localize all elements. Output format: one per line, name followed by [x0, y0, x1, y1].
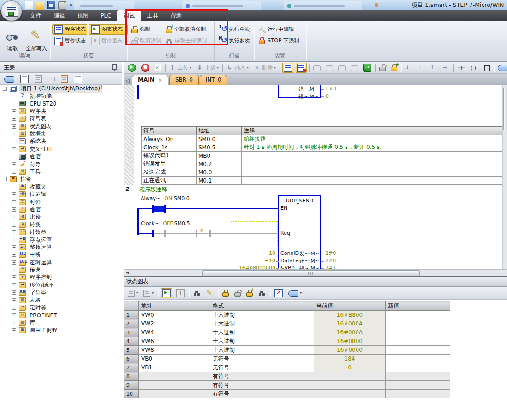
compile-button[interactable]: [153, 63, 163, 72]
print-icon[interactable]: [58, 1, 66, 10]
tree-item-程序块[interactable]: +▤程序块: [0, 107, 122, 115]
tree-item-库[interactable]: +▤库: [0, 319, 122, 326]
format-cell[interactable]: 十六进制: [210, 337, 314, 346]
insert-button[interactable]: 插入▾: [225, 63, 250, 72]
delete-button[interactable]: 删除▾: [252, 63, 277, 72]
force-lock-plus-button[interactable]: +: [389, 63, 399, 72]
pin-icon[interactable]: [112, 64, 117, 70]
status-table-row[interactable]: 10有符号: [124, 390, 450, 398]
copy-icon[interactable]: [33, 74, 43, 83]
upload-button[interactable]: 上传▾: [168, 63, 193, 72]
new-value-cell[interactable]: [386, 355, 450, 363]
write-pencil-button[interactable]: [205, 289, 215, 298]
new-value-cell[interactable]: [386, 311, 450, 319]
expand-icon[interactable]: +: [12, 245, 16, 249]
format-cell[interactable]: 十六进制: [210, 328, 314, 337]
status-table-row[interactable]: 6VB0无符号184: [124, 355, 450, 363]
expand-icon[interactable]: +: [12, 223, 16, 227]
format-cell[interactable]: 有符号: [210, 390, 314, 398]
tree-item-数据块[interactable]: +▥数据块: [0, 130, 122, 137]
menu-tab-调试[interactable]: 调试: [117, 10, 141, 21]
horizontal-scrollbar[interactable]: ◀: [124, 269, 507, 276]
new-value-cell[interactable]: [386, 372, 450, 381]
tree-item-交叉引用[interactable]: +⇄交叉引用: [0, 145, 122, 153]
vertical-scrollbar[interactable]: [502, 85, 507, 269]
ladder-contact-button[interactable]: [456, 63, 466, 72]
tree-item-表格[interactable]: +▦表格: [0, 296, 122, 304]
open-file-icon[interactable]: [36, 2, 44, 10]
row-number-cell[interactable]: 4: [124, 337, 139, 346]
chart-sheet-2-button[interactable]: ▾: [142, 289, 155, 298]
address-cell[interactable]: VW2: [139, 319, 210, 328]
dropdown-caret-icon[interactable]: ▾: [217, 65, 219, 70]
symbol-table-row[interactable]: 发送完成M0.0: [142, 168, 503, 177]
download-button[interactable]: 下载▾: [195, 63, 220, 72]
ribbon-button-强制[interactable]: 强制: [129, 25, 161, 34]
expand-icon[interactable]: +: [12, 283, 16, 287]
selection-placeholder-box[interactable]: [231, 221, 278, 246]
expand-icon[interactable]: +: [12, 268, 16, 272]
expand-icon[interactable]: +: [12, 275, 16, 279]
status-table-row[interactable]: 5VW8十六进制16#0000: [124, 346, 450, 355]
tag-icon[interactable]: [3, 74, 16, 83]
monitor-icon[interactable]: [72, 74, 84, 84]
tree-item-新增功能[interactable]: ?新增功能: [0, 92, 122, 100]
expand-icon[interactable]: +: [12, 200, 16, 204]
ladder-coil-button[interactable]: [469, 63, 479, 72]
ribbon-button-运行中编辑[interactable]: 运行中编辑: [256, 25, 301, 34]
tree-item-指令[interactable]: -⇆指令: [0, 176, 122, 183]
read-binoculars-button[interactable]: [192, 289, 202, 297]
bookmark-next-button[interactable]: [337, 63, 347, 72]
tree-item-工具[interactable]: +⚒工具: [0, 168, 122, 175]
new-value-cell[interactable]: [386, 337, 450, 346]
tree-item-调用子例程[interactable]: +▣调用子例程: [0, 327, 122, 334]
network-number[interactable]: 2: [125, 186, 129, 192]
chart-poll-pause-button[interactable]: [175, 288, 186, 298]
network-symbol-table[interactable]: 符号地址注释 Always_OnSM0.0始终接通Clock_1sSM0.5针对…: [141, 126, 503, 185]
unforce-lock-button[interactable]: [233, 289, 242, 297]
new-value-cell[interactable]: [386, 319, 450, 328]
address-cell[interactable]: VW4: [139, 328, 210, 337]
tree-item-CPU ST20[interactable]: CPU ST20: [0, 100, 122, 107]
tree-item-PROFINET[interactable]: +⊷PROFINET: [0, 312, 122, 319]
format-cell[interactable]: 十六进制: [210, 311, 314, 319]
ribbon-button-暂停状态[interactable]: 暂停状态: [52, 36, 87, 46]
tree-item-字符串[interactable]: +AB字符串: [0, 289, 122, 296]
branch-right-button[interactable]: →: [441, 63, 451, 72]
scroll-left-arrow-icon[interactable]: ◀: [125, 270, 131, 275]
address-cell[interactable]: VB1: [139, 363, 210, 372]
tree-item-比较[interactable]: +≷比较: [0, 213, 122, 221]
tree-item-中断[interactable]: +ttt中断: [0, 251, 122, 259]
tree-item-符号表[interactable]: +◫符号表: [0, 115, 122, 123]
expand-icon[interactable]: +: [12, 253, 16, 257]
branch-down-button[interactable]: ↓: [404, 63, 414, 72]
new-value-cell[interactable]: [386, 328, 450, 337]
qat-customize-caret-icon[interactable]: ▾: [70, 3, 72, 7]
tree-item-状态图表[interactable]: +▦状态图表: [0, 123, 122, 130]
address-tag-button[interactable]: ▾: [496, 63, 507, 72]
tree-item-浮点运算[interactable]: +±R浮点运算: [0, 236, 122, 243]
new-value-cell[interactable]: [386, 381, 450, 390]
ladder-editor-canvas[interactable]: 错~:M~2#0错~:M~0 符号地址注释 Always_OnSM0.0始终接通…: [124, 85, 507, 269]
chart-poll-play-button[interactable]: [161, 288, 172, 298]
status-table-row[interactable]: 7VB1无符号0: [124, 363, 450, 372]
status-table-row[interactable]: 4VW6十六进制16#0800: [124, 337, 450, 346]
symbol-table-row[interactable]: 正在通讯M0.1: [142, 177, 503, 185]
branch-t-button[interactable]: ⊥: [416, 63, 426, 72]
expand-icon[interactable]: +: [12, 230, 16, 234]
ribbon-button-STOP 下强制[interactable]: STOP 下强制: [256, 36, 301, 46]
expand-icon[interactable]: +: [12, 321, 16, 325]
expand-icon[interactable]: +: [12, 109, 16, 113]
status-table-row[interactable]: 9有符号: [124, 381, 450, 390]
tree-item-向导[interactable]: +向导: [0, 160, 122, 168]
contact1-powered-fill[interactable]: [154, 206, 164, 212]
ribbon-button-暂停图表[interactable]: 暂停图表: [89, 36, 128, 46]
expand-icon[interactable]: +: [12, 215, 16, 219]
address-cell[interactable]: VB0: [139, 355, 210, 363]
pause-status-toggle-button[interactable]: [296, 63, 307, 73]
address-cell[interactable]: VW8: [139, 346, 210, 355]
tree-item-收藏夹[interactable]: ✱收藏夹: [0, 183, 122, 190]
expand-icon[interactable]: +: [12, 238, 16, 242]
ribbon-button-图表状态[interactable]: 图表状态: [89, 24, 128, 35]
tree-item-整数运算[interactable]: +±I整数运算: [0, 243, 122, 251]
